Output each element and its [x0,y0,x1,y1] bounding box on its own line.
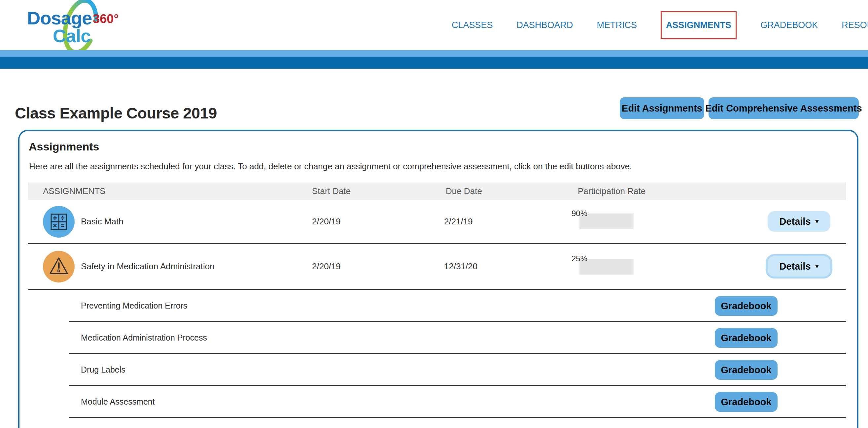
assignment-name: Basic Math [81,200,123,243]
column-header-start-date: Start Date [312,183,351,200]
nav-item-assignments-active[interactable]: ASSIGNMENTS [661,11,737,39]
details-button-focused[interactable]: Details ▾ [768,256,830,276]
logo-text-calc: Calc [53,25,90,46]
table-row: Basic Math 2/20/19 2/21/19 90% Details ▾ [28,200,846,244]
gradebook-button[interactable]: Gradebook [715,360,778,380]
assignments-panel: Assignments Here are all the assignments… [18,130,859,428]
main-nav: CLASSES DASHBOARD METRICS ASSIGNMENTS GR… [452,9,868,41]
gradebook-button[interactable]: Gradebook [715,392,778,412]
gradebook-button[interactable]: Gradebook [715,296,778,316]
table-row: Safety in Medication Administration 2/20… [28,244,846,290]
caret-down-icon: ▾ [815,217,819,225]
participation-progress-bar: 25% [580,259,633,274]
warning-icon [43,251,74,283]
math-icon [43,206,74,238]
page-title: Class Example Course 2019 [15,104,217,122]
header-band-light-blue [0,50,868,57]
sub-assignment-row: Drug Labels Gradebook [28,354,846,386]
app-logo[interactable]: Dosage Calc 360° [10,0,119,50]
nav-item-classes[interactable]: CLASSES [452,20,493,30]
header-band-dark-blue [0,57,868,69]
sub-assignment-row: Preventing Medication Errors Gradebook [28,290,846,322]
panel-heading: Assignments [29,140,99,153]
details-button[interactable]: Details ▾ [768,211,830,232]
sub-assignment-row: Module Assessment Gradebook [28,386,846,418]
assignment-start-date: 2/20/19 [312,200,341,243]
nav-item-dashboard[interactable]: DASHBOARD [517,20,573,30]
logo-360-badge: 360° [93,12,119,26]
nav-item-metrics[interactable]: METRICS [597,20,637,30]
sub-assignment-name: Preventing Medication Errors [81,290,187,322]
assignment-name: Safety in Medication Administration [81,244,215,289]
participation-progress-bar: 90% [580,213,633,229]
sub-assignment-name: Drug Labels [81,354,125,386]
gradebook-button[interactable]: Gradebook [715,328,778,348]
nav-item-gradebook[interactable]: GRADEBOOK [761,20,818,30]
app-header: Dosage Calc 360° CLASSES DASHBOARD METRI… [0,0,868,50]
caret-down-icon: ▾ [815,262,819,270]
assignment-start-date: 2/20/19 [312,244,341,289]
nav-item-resources[interactable]: RESOURCES [842,20,868,30]
sub-assignment-row: Medication Administration Process Gradeb… [28,322,846,354]
panel-description: Here are all the assignments scheduled f… [29,161,632,172]
edit-comprehensive-assessments-button[interactable]: Edit Comprehensive Assessments [709,97,859,119]
row-divider [69,417,846,418]
assignments-table: ASSIGNMENTS Start Date Due Date Particip… [28,183,846,418]
assignment-due-date: 12/31/20 [444,244,477,289]
sub-assignment-name: Medication Administration Process [81,322,207,354]
table-header-row: ASSIGNMENTS Start Date Due Date Particip… [28,183,846,200]
column-header-participation-rate: Participation Rate [578,183,646,200]
sub-assignment-name: Module Assessment [81,386,155,418]
column-header-due-date: Due Date [446,183,482,200]
column-header-assignments: ASSIGNMENTS [43,183,105,200]
assignment-due-date: 2/21/19 [444,200,473,243]
edit-assignments-button[interactable]: Edit Assignments [620,97,704,119]
